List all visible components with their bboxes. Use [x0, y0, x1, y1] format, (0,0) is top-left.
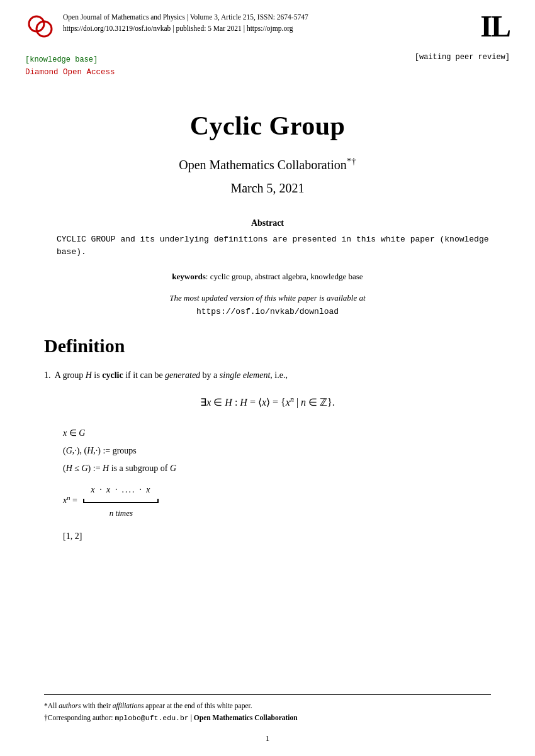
updated-version-text: The most updated version of this white p… — [44, 293, 491, 303]
def-xn-row: xn = x · x · .... · x n times — [63, 481, 491, 521]
tagline-row: [knowledge base] Diamond Open Access [wa… — [0, 48, 535, 79]
keywords-label: keywords — [172, 272, 205, 281]
abstract-body: CYCLIC GROUP and its underlying definiti… — [57, 233, 491, 260]
article-author: Open Mathematics Collaboration*† — [44, 156, 491, 172]
knowledge-base-link[interactable]: [knowledge base] — [25, 53, 115, 64]
main-content: Cyclic Group Open Mathematics Collaborat… — [0, 79, 535, 581]
header-journal-info: Open Journal of Mathematics and Physics … — [63, 11, 474, 35]
knowledge-base-anchor[interactable]: [knowledge base] — [25, 55, 98, 64]
def-x-in-G: x ∈ G — [63, 425, 491, 442]
footnote-asterisk: *All authors with their affiliations app… — [44, 700, 491, 713]
def-references: [1, 2] — [63, 528, 491, 545]
definition-item-1: 1. A group H is cyclic if it can be gene… — [44, 368, 491, 545]
waiting-review-label: [waiting peer review] — [415, 53, 510, 62]
journal-volume: Volume 3, Article 215, ISSN: 2674-5747 — [190, 13, 308, 21]
definition-item-1-text: 1. A group H is cyclic if it can be gene… — [44, 368, 491, 383]
abstract-title: Abstract — [44, 218, 491, 228]
journal-website: https://ojmp.org — [247, 25, 293, 32]
article-title: Cyclic Group — [44, 111, 491, 141]
journal-logo — [25, 11, 55, 42]
tagline-left: [knowledge base] Diamond Open Access — [25, 53, 115, 77]
def-subgroup: (H ≤ G) := H is a subgroup of G — [63, 460, 491, 477]
abstract-text-content: CYCLIC GROUP and its underlying definiti… — [57, 235, 489, 257]
def-groups: (G,·), (H,·) := groups — [63, 442, 491, 460]
keywords-line: keywords: cyclic group, abstract algebra… — [44, 272, 491, 282]
definitions-block: x ∈ G (G,·), (H,·) := groups (H ≤ G) := … — [63, 425, 491, 545]
existence-formula: ∃x ∈ H : H = ⟨x⟩ = {xn | n ∈ ℤ}. — [44, 393, 491, 412]
download-url: https://osf.io/nvkab/download — [44, 307, 491, 316]
definition-section-title: Definition — [44, 335, 491, 357]
journal-published: published: 5 Mar 2021 — [176, 25, 241, 32]
download-url-link[interactable]: https://osf.io/nvkab/download — [196, 307, 339, 316]
author-initials: IL — [480, 11, 510, 42]
footer-notes: *All authors with their affiliations app… — [44, 694, 491, 725]
journal-doi: https://doi.org/10.31219/osf.io/nvkab — [63, 25, 171, 32]
article-date: March 5, 2021 — [44, 181, 491, 196]
diamond-open-access-link[interactable]: Diamond Open Access — [25, 68, 115, 77]
footnote-dagger: †Corresponding author: mplobo@uft.edu.br… — [44, 712, 491, 725]
page-header: Open Journal of Mathematics and Physics … — [0, 0, 535, 48]
page-number: 1 — [0, 733, 535, 743]
keywords-values: cyclic group, abstract algebra, knowledg… — [210, 272, 363, 281]
journal-title: Open Journal of Mathematics and Physics — [63, 13, 185, 21]
abstract-section: Abstract CYCLIC GROUP and its underlying… — [44, 218, 491, 260]
